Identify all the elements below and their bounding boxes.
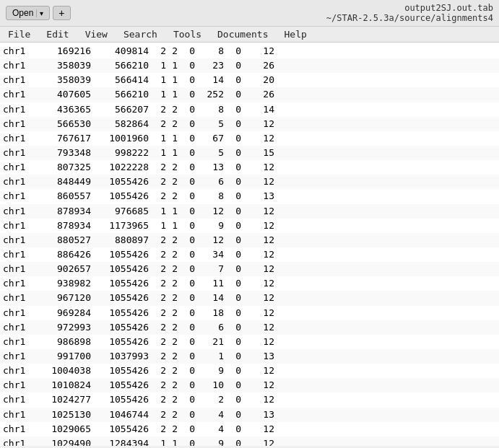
cell: 0 [235,219,253,233]
cell: 880897 [97,233,155,247]
cell: 1 [155,58,172,73]
cell: 2 [172,392,189,407]
cell: chr1 [3,262,39,276]
cell: 12 [253,335,274,349]
open-button[interactable]: Open ▾ [6,6,50,20]
cell: 8 [207,44,235,58]
cell: 0 [235,204,253,219]
cell: 1029490 [39,436,97,446]
cell: 0 [189,204,207,219]
table-row: chr1100403810554262209012 [0,364,499,378]
cell: chr1 [3,276,39,291]
cell: 0 [189,87,207,102]
cell: 1055426 [97,422,155,436]
cell: 1037993 [97,349,155,364]
cell: 1055426 [97,306,155,320]
cell: 566210 [97,87,155,102]
cell: chr1 [3,306,39,320]
cell: 9 [207,364,235,378]
cell: 8 [207,102,235,117]
cell: 2 [155,160,172,175]
cell: 2 [155,349,172,364]
cell: chr1 [3,175,39,189]
menu-item-help[interactable]: Help [282,28,309,40]
cell: chr1 [3,102,39,117]
cell: 793348 [39,146,97,160]
title-info: output2SJ.out.tab ~/STAR-2.5.3a/source/a… [326,3,493,23]
cell: 12 [253,117,274,131]
cell: 0 [235,233,253,247]
cell: 0 [189,306,207,320]
cell: 2 [172,117,189,131]
cell: 12 [253,291,274,305]
table-row: chr135803956621011023026 [0,58,499,73]
cell: 1055426 [97,291,155,305]
cell: 12 [253,204,274,219]
cell: 7 [207,262,235,276]
menu-item-edit[interactable]: Edit [44,28,71,40]
menu-item-search[interactable]: Search [121,28,160,40]
cell: 436365 [39,102,97,117]
table-row: chr135803956641411014020 [0,73,499,87]
file-content[interactable]: chr11692164098142208012chr13580395662101… [0,43,499,446]
cell: 0 [235,392,253,407]
cell: 8 [207,189,235,203]
menu-item-file[interactable]: File [6,28,32,40]
cell: 566414 [97,73,155,87]
cell: 2 [172,276,189,291]
cell: 2 [172,189,189,203]
cell: 2 [172,233,189,247]
cell: 972993 [39,320,97,335]
menu-item-documents[interactable]: Documents [215,28,270,40]
cell: chr1 [3,291,39,305]
cell: 2 [155,262,172,276]
table-row: chr188052788089722012012 [0,233,499,247]
cell: 0 [235,436,253,446]
cell: 12 [253,262,274,276]
cell: 0 [235,58,253,73]
table-row: chr11010824105542622010012 [0,378,499,392]
cell: 12 [253,364,274,378]
table-row: chr187893411739651109012 [0,219,499,233]
cell: 0 [235,408,253,422]
cell: 0 [235,247,253,262]
cell: 969284 [39,306,97,320]
cell: 9 [207,436,235,446]
cell: 1055426 [97,392,155,407]
filename: output2SJ.out.tab [326,3,493,13]
cell: 4 [207,422,235,436]
cell: 2 [207,392,235,407]
cell: 13 [207,160,235,175]
cell: 1 [172,58,189,73]
cell: 14 [253,102,274,117]
menu-item-tools[interactable]: Tools [171,28,204,40]
cell: 15 [253,146,274,160]
table-row: chr187893497668511012012 [0,204,499,219]
cell: 1 [172,131,189,146]
cell: 0 [235,276,253,291]
menu-item-view[interactable]: View [83,28,110,40]
cell: 2 [172,408,189,422]
cell: 1055426 [97,276,155,291]
cell: 0 [189,189,207,203]
cell: 67 [207,131,235,146]
cell: 0 [189,146,207,160]
cell: 1 [155,219,172,233]
new-tab-button[interactable]: + [53,6,70,20]
cell: chr1 [3,58,39,73]
cell: 0 [189,44,207,58]
cell: 1 [172,204,189,219]
cell: 6 [207,175,235,189]
cell: 23 [207,58,235,73]
cell: 1 [172,146,189,160]
cell: 998222 [97,146,155,160]
cell: 1 [155,87,172,102]
open-dropdown-arrow[interactable]: ▾ [36,9,43,17]
cell: 0 [189,291,207,305]
cell: chr1 [3,131,39,146]
cell: 0 [235,102,253,117]
cell: 0 [235,378,253,392]
cell: 12 [253,436,274,446]
cell: 1 [155,436,172,446]
cell: 169216 [39,44,97,58]
